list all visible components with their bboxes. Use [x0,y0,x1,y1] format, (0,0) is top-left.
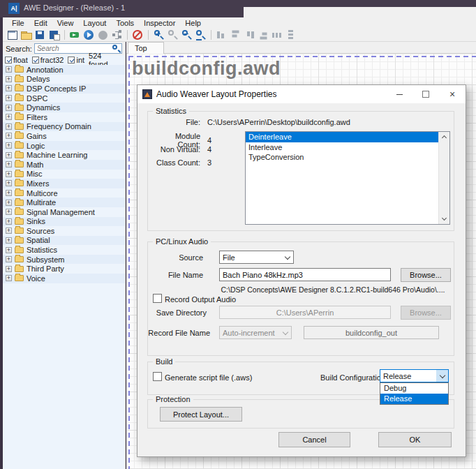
tree-item-label: Annotation [27,66,64,74]
tree-item[interactable]: Multirate [3,198,125,207]
expand-icon[interactable] [6,237,12,244]
tree-item[interactable]: Frequency Domain [3,122,125,132]
folder-icon [15,171,24,177]
save-directory-label: Save Directory [147,308,207,317]
open-file-icon[interactable] [20,29,32,40]
expand-icon[interactable] [6,266,12,272]
folder-icon [15,114,24,120]
expand-icon[interactable] [6,105,12,111]
awe-designer-window: A| AWE Designer - (Release) - 1 File Edi… [0,0,476,469]
float-checkbox[interactable] [5,57,12,64]
expand-icon[interactable] [6,152,12,158]
expand-icon[interactable] [6,161,12,168]
expand-icon[interactable] [6,76,12,82]
expand-icon[interactable] [6,247,12,253]
menu-view[interactable]: View [52,19,79,27]
play-icon[interactable] [83,29,95,40]
folder-icon [15,247,24,253]
tree-item[interactable]: DSP Concepts IP [3,84,125,94]
expand-icon[interactable] [6,218,12,225]
tree-item[interactable]: Gains [3,131,125,141]
new-window-icon[interactable] [6,29,18,40]
expand-icon[interactable] [6,209,12,215]
expand-icon[interactable] [6,66,12,73]
tree-item[interactable]: Annotation [3,65,125,75]
expand-icon[interactable] [6,85,12,91]
int-checkbox[interactable] [68,57,75,64]
ok-button[interactable]: OK [378,432,452,447]
expand-icon[interactable] [6,180,12,186]
cancel-button[interactable]: Cancel [278,432,350,447]
expand-icon[interactable] [6,228,12,234]
zoom-out-icon[interactable] [181,29,193,40]
layout-filename: buildconfig.awd [132,58,281,80]
save-as-icon[interactable] [48,29,60,40]
tree-item[interactable]: Delays [3,75,125,84]
expand-icon[interactable] [6,124,12,130]
statistics-legend: Statistics [153,107,189,115]
tree-item[interactable]: Misc [3,170,125,179]
expand-icon[interactable] [6,95,12,101]
dropdown-option-release[interactable]: Release [380,394,448,404]
tree-item[interactable]: Mixers [3,179,125,188]
tree-item[interactable]: Math [3,160,125,170]
tree-item[interactable]: Subsystem [3,255,125,265]
record-mode-value: Auto-increment [223,329,275,337]
expand-icon[interactable] [6,275,12,281]
file-name-input[interactable] [219,268,391,281]
tree-item[interactable]: Signal Management [3,207,125,217]
tree-item[interactable]: Voice [3,274,125,283]
zoom-fit-icon[interactable] [195,29,207,40]
generate-script-checkbox[interactable] [153,372,162,381]
tree-item[interactable]: Sinks [3,217,125,227]
maximize-icon[interactable] [412,85,439,103]
tree-item[interactable]: Machine Learning [3,150,125,160]
align-top-icon [244,29,255,40]
tree-item[interactable]: Filters [3,112,125,122]
minimize-icon[interactable] [386,85,412,103]
module-list-item[interactable]: Interleave [246,142,449,153]
expand-icon[interactable] [6,200,12,206]
source-combo[interactable]: File [219,251,294,264]
protect-layout-button[interactable]: Protect Layout... [160,407,242,422]
connect-target-icon[interactable] [69,29,81,40]
tree-item[interactable]: Statistics [3,245,125,255]
expand-icon[interactable] [6,171,12,177]
menu-tools[interactable]: Tools [111,19,139,27]
fract32-checkbox[interactable] [32,57,39,64]
tree-item[interactable]: Dynamics [3,103,125,112]
record-output-checkbox[interactable] [153,294,162,303]
no-hardware-icon[interactable] [132,29,144,40]
expand-icon[interactable] [6,133,12,139]
scroll-up-icon[interactable] [442,135,447,140]
app-logo-icon: A| [8,3,20,14]
module-list-item[interactable]: Deinterleave [246,132,449,142]
tree-item[interactable]: Sources [3,226,125,236]
tab-top[interactable]: Top [128,42,164,54]
tree-item[interactable]: Spatial [3,236,125,246]
build-configuration-combo[interactable]: Release [380,369,449,382]
tree-item[interactable]: Multicore [3,188,125,198]
menu-layout[interactable]: Layout [78,19,111,27]
browse-file-button[interactable]: Browse... [401,268,451,282]
folder-icon [15,76,24,82]
folder-icon [15,66,24,73]
dropdown-option-debug[interactable]: Debug [380,383,448,394]
expand-icon[interactable] [6,190,12,196]
menu-file[interactable]: File [7,19,29,27]
tree-item[interactable]: DSPC [3,94,125,103]
menu-help[interactable]: Help [180,19,206,27]
tree-item[interactable]: Logic [3,141,125,151]
module-list-scrollbar[interactable] [438,132,449,224]
module-list-item[interactable]: TypeConversion [246,152,449,163]
scroll-down-icon[interactable] [442,216,447,221]
expand-icon[interactable] [6,256,12,262]
tree-item[interactable]: Third Party [3,264,125,274]
menu-edit[interactable]: Edit [29,19,52,27]
save-icon[interactable] [34,29,46,40]
close-icon[interactable] [439,85,466,103]
zoom-in-icon[interactable] [153,29,165,40]
expand-icon[interactable] [6,114,12,120]
expand-icon[interactable] [6,142,12,149]
menu-inspector[interactable]: Inspector [139,19,180,27]
